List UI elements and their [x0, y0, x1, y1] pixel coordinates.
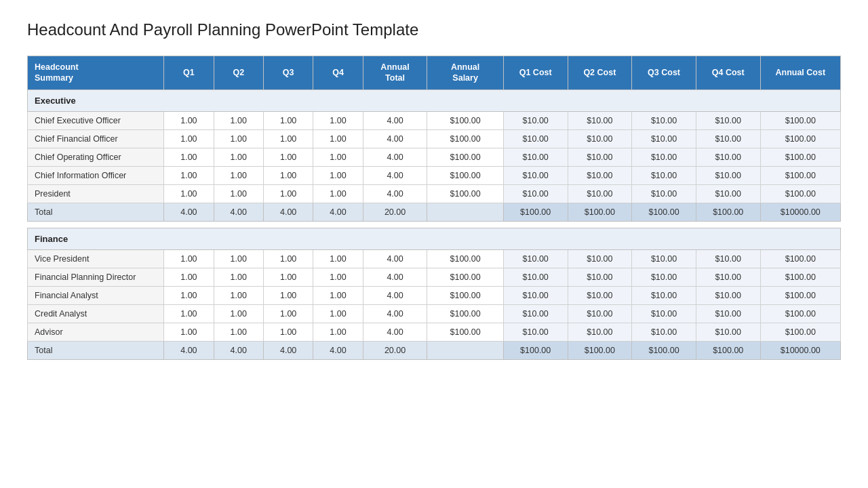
table-header: HeadcountSummary Q1 Q2 Q3 Q4 AnnualTotal… [28, 56, 841, 90]
col-annual-salary: AnnualSalary [427, 56, 503, 90]
table-row: Vice President1.001.001.001.004.00$100.0… [28, 249, 841, 268]
table-row: President1.001.001.001.004.00$100.00$10.… [28, 184, 841, 203]
table-row: Advisor1.001.001.001.004.00$100.00$10.00… [28, 323, 841, 341]
table-row: Financial Planning Director1.001.001.001… [28, 268, 841, 286]
col-q1: Q1 [164, 56, 214, 90]
col-q4: Q4 [313, 56, 363, 90]
col-q1-cost: Q1 Cost [503, 56, 568, 90]
col-q2: Q2 [214, 56, 263, 90]
col-q4-cost: Q4 Cost [696, 56, 760, 90]
table-row: Financial Analyst1.001.001.001.004.00$10… [28, 286, 841, 304]
table-row: Chief Operating Officer1.001.001.001.004… [28, 148, 841, 166]
col-annual-cost: Annual Cost [760, 56, 840, 90]
table-row: Credit Analyst1.001.001.001.004.00$100.0… [28, 304, 841, 323]
section-header-finance: Finance [28, 228, 841, 249]
col-q3-cost: Q3 Cost [632, 56, 696, 90]
table-row: Chief Financial Officer1.001.001.001.004… [28, 129, 841, 148]
table-row: Chief Information Officer1.001.001.001.0… [28, 166, 841, 184]
col-q2-cost: Q2 Cost [568, 56, 632, 90]
total-row-finance: Total4.004.004.004.0020.00$100.00$100.00… [28, 341, 841, 359]
main-table: HeadcountSummary Q1 Q2 Q3 Q4 AnnualTotal… [27, 56, 841, 360]
section-gap [28, 221, 841, 228]
section-header-executive: Executive [28, 89, 841, 111]
total-row-executive: Total4.004.004.004.0020.00$100.00$100.00… [28, 203, 841, 221]
page-title: Headcount And Payroll Planning PowerPoin… [27, 20, 841, 39]
col-q3: Q3 [263, 56, 313, 90]
col-headcount-summary: HeadcountSummary [28, 56, 164, 90]
col-annual-total: AnnualTotal [363, 56, 427, 90]
table-row: Chief Executive Officer1.001.001.001.004… [28, 111, 841, 129]
